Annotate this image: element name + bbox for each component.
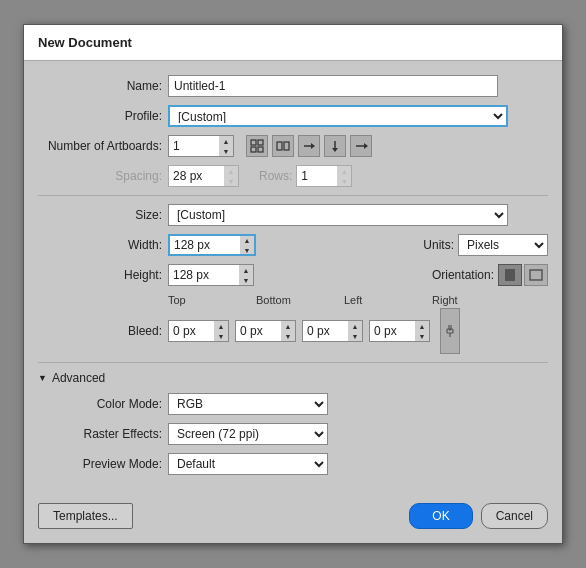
artboards-down-btn[interactable]: ▼ xyxy=(219,146,233,156)
artboards-spinner: ▲ ▼ xyxy=(168,135,234,157)
artboard-down-btn[interactable] xyxy=(324,135,346,157)
rows-down-btn: ▼ xyxy=(337,176,351,186)
advanced-toggle[interactable]: ▼ Advanced xyxy=(38,371,548,385)
bleed-right-down[interactable]: ▼ xyxy=(415,331,429,341)
bleed-top-down[interactable]: ▼ xyxy=(214,331,228,341)
height-label: Height: xyxy=(38,268,168,282)
bleed-bottom-input[interactable] xyxy=(236,321,281,341)
svg-rect-3 xyxy=(258,147,263,152)
spacing-label: Spacing: xyxy=(38,169,168,183)
raster-effects-label: Raster Effects: xyxy=(48,427,168,441)
bleed-bottom-down[interactable]: ▼ xyxy=(281,331,295,341)
rows-spinner: ▲ ▼ xyxy=(296,165,352,187)
rows-input xyxy=(297,166,337,186)
spacing-input xyxy=(169,166,224,186)
bleed-right-input[interactable] xyxy=(370,321,415,341)
artboards-label: Number of Artboards: xyxy=(38,139,168,153)
bleed-top-up[interactable]: ▲ xyxy=(214,321,228,331)
svg-rect-4 xyxy=(277,142,282,150)
bleed-right-up[interactable]: ▲ xyxy=(415,321,429,331)
height-down-btn[interactable]: ▼ xyxy=(239,275,253,285)
svg-rect-0 xyxy=(251,140,256,145)
bleed-left-col-label: Left xyxy=(344,294,426,306)
profile-select[interactable]: [Custom] xyxy=(168,105,508,127)
size-select[interactable]: [Custom] xyxy=(168,204,508,226)
svg-marker-7 xyxy=(311,143,315,149)
bleed-top-input[interactable] xyxy=(169,321,214,341)
artboards-input[interactable] xyxy=(169,136,219,156)
templates-button[interactable]: Templates... xyxy=(38,503,133,529)
svg-rect-13 xyxy=(530,270,542,280)
spacing-down-btn: ▼ xyxy=(224,176,238,186)
rows-label: Rows: xyxy=(259,169,292,183)
new-document-dialog: New Document Name: Profile: [Custom] Num… xyxy=(23,24,563,544)
color-mode-select[interactable]: RGB CMYK Grayscale xyxy=(168,393,328,415)
bleed-label: Bleed: xyxy=(38,324,168,338)
bleed-bottom-up[interactable]: ▲ xyxy=(281,321,295,331)
artboard-right-btn[interactable] xyxy=(298,135,320,157)
height-input[interactable] xyxy=(169,265,239,285)
artboard-arrange-btn[interactable] xyxy=(272,135,294,157)
svg-rect-12 xyxy=(505,269,515,281)
width-spinner: ▲ ▼ xyxy=(168,234,256,256)
bleed-left-down[interactable]: ▼ xyxy=(348,331,362,341)
spacing-spinner: ▲ ▼ xyxy=(168,165,239,187)
bleed-bottom-col-label: Bottom xyxy=(256,294,338,306)
preview-mode-label: Preview Mode: xyxy=(48,457,168,471)
preview-mode-select[interactable]: Default Pixel Overprint xyxy=(168,453,328,475)
svg-marker-11 xyxy=(364,143,368,149)
rows-up-btn: ▲ xyxy=(337,166,351,176)
raster-effects-select[interactable]: Screen (72 ppi) Medium (150 ppi) High (3… xyxy=(168,423,328,445)
bleed-left-input[interactable] xyxy=(303,321,348,341)
orientation-label: Orientation: xyxy=(432,268,494,282)
artboard-grid-btn[interactable] xyxy=(246,135,268,157)
artboard-arrow-btn[interactable] xyxy=(350,135,372,157)
cancel-button[interactable]: Cancel xyxy=(481,503,548,529)
width-up-btn[interactable]: ▲ xyxy=(240,235,254,245)
spacing-up-btn: ▲ xyxy=(224,166,238,176)
dialog-title: New Document xyxy=(24,25,562,61)
height-up-btn[interactable]: ▲ xyxy=(239,265,253,275)
advanced-label: Advanced xyxy=(52,371,105,385)
svg-rect-1 xyxy=(258,140,263,145)
bleed-top-spinner: ▲ ▼ xyxy=(168,320,229,342)
height-spinner: ▲ ▼ xyxy=(168,264,254,286)
bleed-bottom-spinner: ▲ ▼ xyxy=(235,320,296,342)
link-icon[interactable] xyxy=(440,308,460,354)
profile-label: Profile: xyxy=(38,109,168,123)
units-select[interactable]: Pixels Inches Centimeters Millimeters Po… xyxy=(458,234,548,256)
width-label: Width: xyxy=(38,238,168,252)
ok-button[interactable]: OK xyxy=(409,503,472,529)
bleed-left-up[interactable]: ▲ xyxy=(348,321,362,331)
bleed-right-spinner: ▲ ▼ xyxy=(369,320,430,342)
bleed-left-spinner: ▲ ▼ xyxy=(302,320,363,342)
width-input[interactable] xyxy=(170,235,240,255)
size-label: Size: xyxy=(38,208,168,222)
bleed-right-col-label: Right xyxy=(432,294,514,306)
svg-rect-2 xyxy=(251,147,256,152)
width-down-btn[interactable]: ▼ xyxy=(240,245,254,255)
name-input[interactable] xyxy=(168,75,498,97)
bleed-top-col-label: Top xyxy=(168,294,250,306)
landscape-btn[interactable] xyxy=(524,264,548,286)
portrait-btn[interactable] xyxy=(498,264,522,286)
advanced-triangle-icon: ▼ xyxy=(38,373,47,383)
units-label: Units: xyxy=(423,238,454,252)
artboards-up-btn[interactable]: ▲ xyxy=(219,136,233,146)
svg-marker-9 xyxy=(332,148,338,152)
svg-rect-5 xyxy=(284,142,289,150)
name-label: Name: xyxy=(38,79,168,93)
color-mode-label: Color Mode: xyxy=(48,397,168,411)
